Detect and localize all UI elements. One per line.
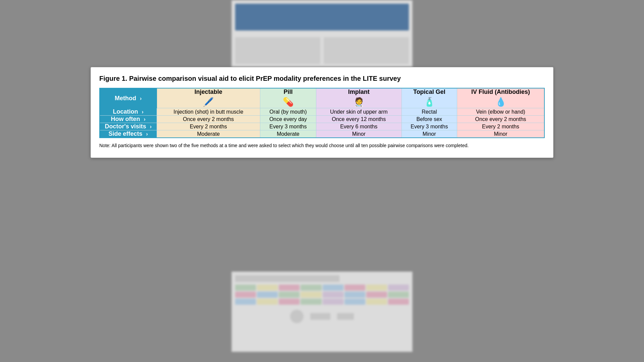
location-row-header: Location › xyxy=(100,108,157,116)
implant-icon: 🧑‍⚕️ xyxy=(316,97,401,107)
doctors-visits-chevron-icon: › xyxy=(150,124,152,130)
iv-column-header: IV Fluid (Antibodies) 💧 xyxy=(457,88,544,108)
method-chevron-icon: › xyxy=(140,96,142,102)
how-often-row-header: How often › xyxy=(100,116,157,123)
implant-column-header: Implant 🧑‍⚕️ xyxy=(316,88,401,108)
figure-title: Figure 1. Pairwise comparison visual aid… xyxy=(99,74,545,83)
location-row: Location › Injection (shot) in butt musc… xyxy=(100,108,544,116)
injectable-location: Injection (shot) in butt muscle xyxy=(157,108,260,116)
iv-icon: 💧 xyxy=(457,97,544,107)
comparison-table: Method › Injectable 🖊️ Pill 💊 Implant 🧑‍… xyxy=(99,88,545,138)
iv-side-effects: Minor xyxy=(457,130,544,138)
side-effects-row-header: Side effects › xyxy=(100,130,157,138)
implant-side-effects: Minor xyxy=(316,130,401,138)
pill-location: Oral (by mouth) xyxy=(260,108,316,116)
main-figure-card: Figure 1. Pairwise comparison visual aid… xyxy=(91,67,553,158)
pill-icon: 💊 xyxy=(260,97,316,107)
implant-location: Under skin of upper arm xyxy=(316,108,401,116)
pill-side-effects: Moderate xyxy=(260,130,316,138)
gel-doctors-visits: Every 3 months xyxy=(401,123,457,130)
injectable-icon: 🖊️ xyxy=(157,97,260,107)
method-row-header: Method › xyxy=(100,88,157,108)
pill-column-header: Pill 💊 xyxy=(260,88,316,108)
injectable-side-effects: Moderate xyxy=(157,130,260,138)
header-row: Method › Injectable 🖊️ Pill 💊 Implant 🧑‍… xyxy=(100,88,544,108)
pill-how-often: Once every day xyxy=(260,116,316,123)
location-chevron-icon: › xyxy=(142,109,144,115)
gel-side-effects: Minor xyxy=(401,130,457,138)
background-doc-top xyxy=(231,0,413,67)
doctors-visits-row-header: Doctor's visits › xyxy=(100,123,157,130)
iv-location: Vein (elbow or hand) xyxy=(457,108,544,116)
implant-doctors-visits: Every 6 months xyxy=(316,123,401,130)
injectable-column-header: Injectable 🖊️ xyxy=(157,88,260,108)
how-often-chevron-icon: › xyxy=(144,116,146,122)
figure-note: Note: All participants were shown two of… xyxy=(99,142,545,149)
side-effects-chevron-icon: › xyxy=(146,131,148,137)
gel-how-often: Before sex xyxy=(401,116,457,123)
implant-how-often: Once every 12 months xyxy=(316,116,401,123)
background-doc-bottom xyxy=(231,272,413,352)
doctors-visits-row: Doctor's visits › Every 2 months Every 3… xyxy=(100,123,544,130)
side-effects-row: Side effects › Moderate Moderate Minor M… xyxy=(100,130,544,138)
iv-doctors-visits: Every 2 months xyxy=(457,123,544,130)
injectable-doctors-visits: Every 2 months xyxy=(157,123,260,130)
gel-column-header: Topical Gel 🧴 xyxy=(401,88,457,108)
pill-doctors-visits: Every 3 months xyxy=(260,123,316,130)
gel-icon: 🧴 xyxy=(402,97,457,107)
iv-how-often: Once every 2 months xyxy=(457,116,544,123)
gel-location: Rectal xyxy=(401,108,457,116)
injectable-how-often: Once every 2 months xyxy=(157,116,260,123)
how-often-row: How often › Once every 2 months Once eve… xyxy=(100,116,544,123)
